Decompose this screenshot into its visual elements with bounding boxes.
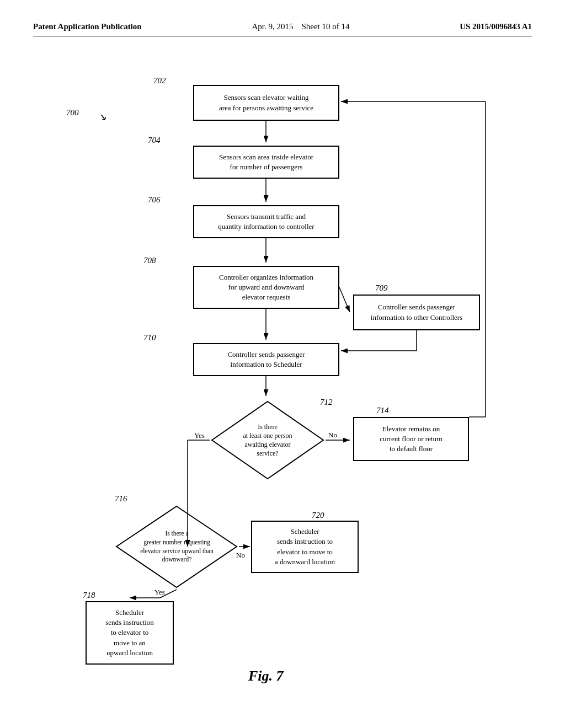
ref-716: 716 (115, 494, 127, 504)
ref-720: 720 (312, 511, 324, 520)
box-720: Schedulersends instruction toelevator to… (251, 521, 359, 573)
arrow-700: ↘ (98, 111, 106, 123)
box-708: Controller organizes informationfor upwa… (193, 266, 339, 309)
box-704-text: Sensors scan area inside elevatorfor num… (219, 152, 313, 172)
ref-714: 714 (376, 406, 389, 415)
header-sheet: Sheet 10 of 14 (301, 22, 349, 31)
page: Patent Application Publication Apr. 9, 2… (0, 0, 565, 728)
box-718: Schedulersends instructionto elevator to… (86, 601, 174, 665)
header-patent: US 2015/0096843 A1 (460, 22, 532, 31)
box-704: Sensors scan area inside elevatorfor num… (193, 146, 339, 179)
diamond-712: Is thereat least one personawaiting elev… (210, 399, 326, 481)
box-709-text: Controller sends passengerinformation to… (371, 302, 462, 322)
box-718-text: Schedulersends instructionto elevator to… (105, 608, 154, 658)
box-714: Elevator remains oncurrent floor or retu… (353, 417, 469, 461)
ref-706: 706 (148, 195, 161, 205)
diamond-716: Is there agreater number requestingeleva… (115, 504, 239, 590)
box-714-text: Elevator remains oncurrent floor or retu… (380, 424, 443, 454)
box-710: Controller sends passengerinformation to… (193, 343, 339, 376)
box-709: Controller sends passengerinformation to… (353, 295, 480, 330)
header-date-sheet: Apr. 9, 2015 Sheet 10 of 14 (252, 22, 349, 31)
diagram-area: 700 ↘ 702 Sensors scan elevator waitinga… (33, 53, 532, 687)
svg-text:No: No (328, 431, 337, 439)
ref-704: 704 (148, 136, 161, 145)
header-date: Apr. 9, 2015 (252, 22, 293, 31)
box-702-text: Sensors scan elevator waitingarea for pe… (219, 93, 313, 113)
ref-708: 708 (143, 256, 156, 265)
ref-700: 700 (66, 108, 79, 117)
diamond-716-text: Is there agreater number requestingeleva… (140, 529, 214, 564)
ref-709: 709 (375, 283, 388, 293)
header: Patent Application Publication Apr. 9, 2… (33, 22, 532, 36)
diamond-712-text: Is thereat least one personawaiting elev… (243, 422, 292, 458)
header-publication: Patent Application Publication (33, 22, 142, 31)
ref-702: 702 (153, 76, 166, 85)
ref-718: 718 (83, 591, 95, 600)
svg-line-16 (160, 590, 177, 598)
box-708-text: Controller organizes informationfor upwa… (219, 272, 313, 303)
box-720-text: Schedulersends instruction toelevator to… (275, 527, 335, 567)
figure-label: Fig. 7 (248, 668, 284, 684)
ref-710: 710 (143, 333, 156, 342)
box-702: Sensors scan elevator waitingarea for pe… (193, 85, 339, 121)
svg-line-6 (339, 287, 350, 312)
box-706: Sensors transmit traffic andquantity inf… (193, 205, 339, 238)
svg-text:Yes: Yes (194, 431, 205, 440)
box-706-text: Sensors transmit traffic andquantity inf… (218, 212, 314, 232)
box-710-text: Controller sends passengerinformation to… (227, 350, 305, 370)
